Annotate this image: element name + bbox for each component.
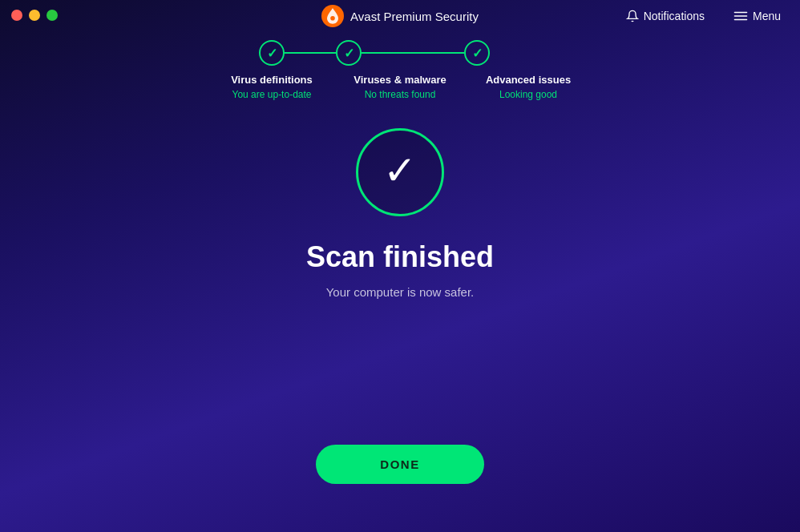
step1-check-icon: ✓ bbox=[267, 46, 277, 61]
progress-steps: ✓ Virus definitions You are up-to-date ✓… bbox=[0, 40, 800, 100]
bell-icon bbox=[626, 10, 639, 22]
step1-status: You are up-to-date bbox=[232, 89, 312, 100]
app-name-label: Avast Premium Security bbox=[350, 10, 479, 23]
step1-label: Virus definitions bbox=[231, 74, 313, 86]
done-button-container: DONE bbox=[0, 445, 800, 484]
minimize-window-button[interactable] bbox=[29, 10, 40, 21]
titlebar-actions: Notifications Menu bbox=[620, 0, 787, 32]
menu-label: Menu bbox=[753, 10, 781, 22]
step3-label: Advanced issues bbox=[486, 74, 571, 86]
titlebar: Avast Premium Security Notifications Men… bbox=[0, 0, 800, 32]
app-title-area: Avast Premium Security bbox=[321, 5, 479, 27]
avast-logo-icon bbox=[321, 5, 344, 27]
svg-point-1 bbox=[330, 16, 335, 21]
menu-icon bbox=[733, 10, 748, 22]
step2-status: No threats found bbox=[365, 89, 436, 100]
big-checkmark-icon: ✓ bbox=[383, 151, 417, 191]
done-button[interactable]: DONE bbox=[316, 445, 483, 484]
window-controls bbox=[11, 10, 58, 21]
step-virus-definitions: ✓ Virus definitions You are up-to-date bbox=[208, 40, 336, 100]
maximize-window-button[interactable] bbox=[46, 10, 58, 21]
step2-label: Viruses & malware bbox=[354, 74, 446, 86]
step3-circle: ✓ bbox=[464, 40, 490, 66]
step3-check-icon: ✓ bbox=[472, 46, 483, 61]
main-content: ✓ Scan finished Your computer is now saf… bbox=[0, 128, 800, 299]
step2-connector bbox=[362, 52, 464, 54]
step2-circle: ✓ bbox=[336, 40, 362, 66]
menu-button[interactable]: Menu bbox=[727, 6, 787, 26]
step-advanced-issues: ✓ Advanced issues Looking good bbox=[464, 40, 592, 100]
notifications-button[interactable]: Notifications bbox=[620, 6, 711, 26]
step3-status: Looking good bbox=[499, 89, 557, 100]
step2-check-icon: ✓ bbox=[344, 46, 354, 61]
scan-finished-title: Scan finished bbox=[306, 240, 494, 274]
scan-complete-indicator: ✓ bbox=[356, 128, 444, 216]
notifications-label: Notifications bbox=[644, 10, 705, 22]
step-viruses-malware: ✓ Viruses & malware No threats found bbox=[336, 40, 464, 100]
scan-subtitle: Your computer is now safer. bbox=[326, 285, 475, 299]
step1-circle: ✓ bbox=[259, 40, 285, 66]
step1-connector bbox=[285, 52, 336, 54]
close-window-button[interactable] bbox=[11, 10, 22, 21]
